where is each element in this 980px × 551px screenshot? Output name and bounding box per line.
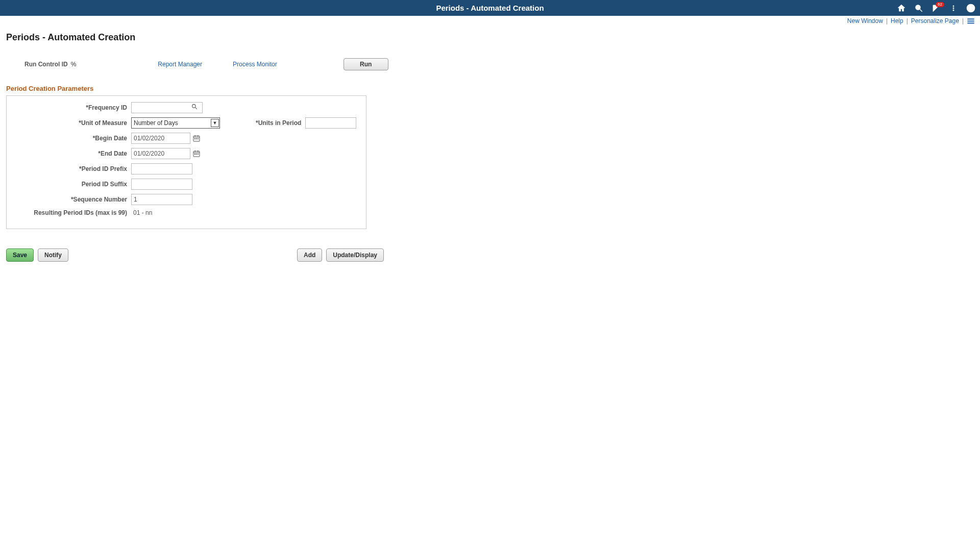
- report-manager-link[interactable]: Report Manager: [158, 61, 202, 68]
- begin-date-input[interactable]: [131, 133, 190, 144]
- notification-badge: 62: [936, 2, 944, 7]
- svg-point-4: [953, 9, 954, 10]
- run-control-row: Run Control ID % Report Manager Process …: [24, 58, 974, 70]
- add-button[interactable]: Add: [297, 248, 322, 262]
- svg-point-9: [192, 105, 195, 108]
- parameters-section: *Frequency ID *Unit of Measure Number of…: [6, 95, 366, 229]
- begin-date-label: *Begin Date: [15, 135, 131, 142]
- svg-point-0: [916, 5, 920, 10]
- page-content: Periods - Automated Creation Run Control…: [0, 32, 980, 262]
- run-control-label: Run Control ID: [24, 61, 68, 68]
- separator: |: [906, 17, 908, 24]
- sequence-number-input[interactable]: [131, 194, 192, 205]
- units-in-period-label: *Units in Period: [256, 119, 301, 127]
- new-window-link[interactable]: New Window: [847, 17, 883, 24]
- period-id-suffix-label: Period ID Suffix: [15, 181, 131, 188]
- svg-point-2: [953, 5, 954, 6]
- calendar-icon[interactable]: [191, 148, 202, 159]
- sequence-number-label: *Sequence Number: [15, 196, 131, 203]
- navbar-icon[interactable]: [966, 3, 976, 13]
- top-bar: Periods - Automated Creation 62: [0, 0, 980, 16]
- run-control-value: %: [71, 61, 77, 68]
- personalize-page-link[interactable]: Personalize Page: [911, 17, 959, 24]
- frequency-id-field-wrapper: [131, 102, 203, 113]
- unit-of-measure-label: *Unit of Measure: [15, 119, 131, 127]
- run-button[interactable]: Run: [344, 58, 388, 70]
- svg-rect-15: [194, 138, 195, 139]
- update-display-button[interactable]: Update/Display: [326, 248, 384, 262]
- separator: |: [886, 17, 888, 24]
- chevron-down-icon[interactable]: ▼: [211, 119, 219, 127]
- svg-line-1: [920, 9, 922, 12]
- process-monitor-link[interactable]: Process Monitor: [233, 61, 277, 68]
- notifications-icon[interactable]: 62: [931, 3, 941, 13]
- separator: |: [962, 17, 964, 24]
- page-title: Periods - Automated Creation: [6, 32, 974, 43]
- search-icon[interactable]: [914, 3, 924, 13]
- help-link[interactable]: Help: [891, 17, 903, 24]
- svg-rect-6: [967, 18, 974, 19]
- svg-rect-24: [198, 154, 199, 155]
- svg-rect-7: [967, 20, 974, 21]
- svg-rect-22: [194, 154, 195, 155]
- units-in-period-input[interactable]: [305, 117, 356, 129]
- notify-button[interactable]: Notify: [38, 248, 68, 262]
- sub-nav: New Window | Help | Personalize Page |: [0, 16, 980, 26]
- svg-rect-17: [198, 138, 199, 139]
- svg-rect-16: [196, 138, 197, 139]
- top-bar-icons: 62: [896, 0, 976, 16]
- print-icon[interactable]: [967, 18, 975, 24]
- resulting-period-value: 01 - nn: [131, 209, 152, 216]
- save-button[interactable]: Save: [6, 248, 34, 262]
- section-title: Period Creation Parameters: [6, 85, 974, 92]
- lookup-icon[interactable]: [189, 104, 200, 112]
- unit-of-measure-select[interactable]: Number of Days ▼: [131, 117, 220, 129]
- end-date-label: *End Date: [15, 150, 131, 157]
- svg-line-10: [195, 108, 197, 109]
- unit-of-measure-value: Number of Days: [134, 119, 178, 127]
- home-icon[interactable]: [896, 3, 906, 13]
- period-id-suffix-input[interactable]: [131, 179, 192, 190]
- svg-rect-23: [196, 154, 197, 155]
- svg-point-3: [953, 7, 954, 8]
- end-date-input[interactable]: [131, 148, 190, 159]
- period-id-prefix-label: *Period ID Prefix: [15, 165, 131, 172]
- footer-buttons: Save Notify Add Update/Display: [6, 248, 384, 262]
- svg-rect-8: [967, 22, 974, 23]
- resulting-period-label: Resulting Period IDs (max is 99): [15, 209, 131, 216]
- frequency-id-label: *Frequency ID: [15, 104, 131, 111]
- period-id-prefix-input[interactable]: [131, 163, 192, 174]
- calendar-icon[interactable]: [191, 133, 202, 144]
- actions-menu-icon[interactable]: [948, 3, 959, 13]
- frequency-id-input[interactable]: [132, 103, 189, 113]
- page-header-title: Periods - Automated Creation: [436, 4, 544, 12]
